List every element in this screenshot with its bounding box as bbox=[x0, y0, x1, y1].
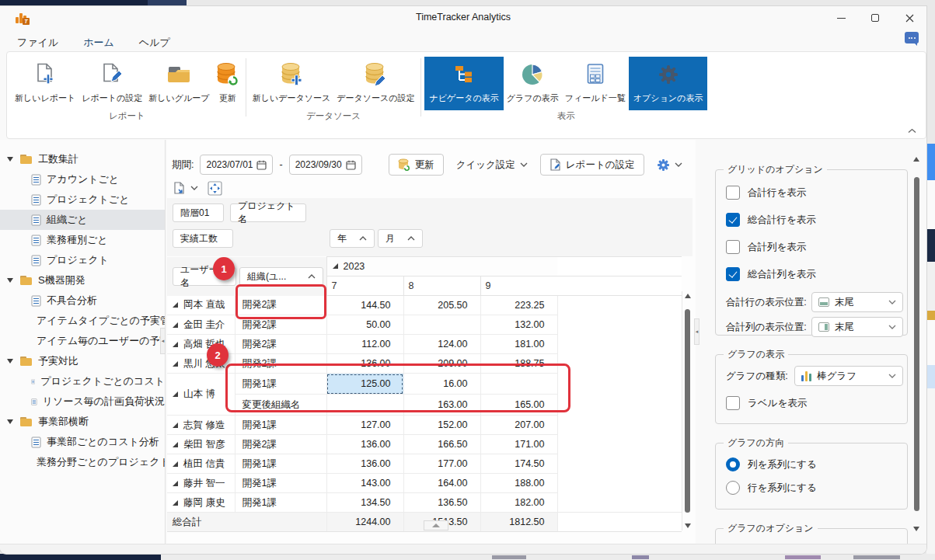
tree-item-project-goto[interactable]: プロジェクトごと bbox=[0, 190, 165, 210]
minimize-button[interactable] bbox=[824, 6, 858, 30]
org-cell[interactable]: 開発1課 bbox=[235, 474, 326, 493]
view-settings-gear-button[interactable] bbox=[651, 154, 689, 176]
tree-item-itemuser[interactable]: アイテム毎のユーザーの予実管理 bbox=[0, 331, 165, 351]
checkbox-icon[interactable] bbox=[726, 396, 740, 410]
checkbox-grand-total-row[interactable]: 総合計行を表示 bbox=[716, 213, 907, 227]
org-cell[interactable]: 開発2課 bbox=[235, 296, 326, 315]
checkbox-checked-icon[interactable] bbox=[726, 267, 740, 281]
radio-columns-as-series[interactable]: 列を系列にする bbox=[716, 457, 907, 471]
row-header-chip-user[interactable]: ユーザー名 bbox=[173, 267, 236, 286]
options-collapse-handle[interactable]: ◂ bbox=[694, 318, 700, 345]
tree-expander-icon[interactable] bbox=[7, 278, 13, 283]
value-cell[interactable]: 132.00 bbox=[480, 315, 557, 335]
ribbon-collapse-button[interactable] bbox=[908, 128, 916, 134]
value-cell[interactable]: 171.00 bbox=[480, 435, 557, 454]
value-cell[interactable]: 134.50 bbox=[326, 493, 403, 513]
year-group-header[interactable]: 2023 bbox=[326, 257, 557, 277]
date-from-input[interactable]: 2023/07/01 bbox=[200, 155, 273, 175]
menu-help[interactable]: ヘルプ bbox=[138, 33, 172, 53]
month-header-7[interactable]: 7 bbox=[326, 277, 403, 296]
checkbox-icon[interactable] bbox=[726, 186, 740, 200]
chart-type-select[interactable]: 棒グラフ bbox=[794, 366, 903, 386]
scroll-up-icon[interactable] bbox=[913, 157, 919, 162]
value-cell[interactable]: 152.00 bbox=[403, 416, 480, 435]
sidebar-collapse-handle[interactable]: ◂ bbox=[160, 328, 166, 354]
tree-folder-skiki[interactable]: S機器開発 bbox=[0, 270, 165, 290]
radio-rows-as-series[interactable]: 行を系列にする bbox=[716, 481, 907, 495]
tree-item-defect[interactable]: 不具合分析 bbox=[0, 290, 165, 311]
total-col-position-select[interactable]: 末尾 bbox=[811, 317, 903, 337]
value-cell[interactable]: 136.00 bbox=[326, 454, 403, 474]
user-cell[interactable]: 植田 信貴 bbox=[173, 457, 235, 471]
datasource-settings-button[interactable]: データソースの設定 bbox=[333, 57, 417, 110]
value-cell[interactable]: 205.50 bbox=[403, 296, 480, 315]
org-cell[interactable]: 開発2課 bbox=[235, 315, 326, 335]
date-to-input[interactable]: 2023/09/30 bbox=[289, 155, 362, 175]
value-cell[interactable]: 207.00 bbox=[480, 416, 557, 435]
value-cell[interactable]: 177.00 bbox=[403, 454, 480, 474]
user-cell[interactable]: 柴田 智彦 bbox=[173, 438, 235, 451]
selected-value-cell[interactable]: 125.00 bbox=[326, 374, 403, 395]
column-chip-month[interactable]: 月 bbox=[378, 229, 423, 248]
org-cell[interactable]: 開発1課 bbox=[235, 493, 326, 513]
menu-home[interactable]: ホーム bbox=[82, 33, 116, 53]
fit-to-screen-button[interactable] bbox=[206, 177, 224, 199]
value-cell[interactable]: 127.00 bbox=[326, 416, 403, 435]
filter-chip-project-name[interactable]: プロジェクト名 bbox=[230, 203, 306, 222]
show-chart-button[interactable]: グラフの表示 bbox=[504, 57, 562, 110]
checkbox-icon[interactable] bbox=[726, 240, 740, 254]
new-datasource-button[interactable]: 新しいデータソース bbox=[249, 57, 334, 110]
report-settings-button[interactable]: レポートの設定 bbox=[78, 57, 145, 110]
tree-item-deptcost[interactable]: 事業部ごとのコスト分析 bbox=[0, 432, 165, 452]
scrollbar-thumb[interactable] bbox=[914, 177, 919, 511]
tree-folder-kousuu[interactable]: 工数集計 bbox=[0, 149, 165, 169]
value-cell[interactable] bbox=[326, 395, 403, 416]
tree-item-worktype[interactable]: 業務種別ごと bbox=[0, 230, 165, 250]
tree-expander-icon[interactable] bbox=[7, 157, 13, 162]
new-report-button[interactable]: 新しいレポート bbox=[12, 57, 78, 110]
user-cell[interactable]: 藤岡 康史 bbox=[173, 496, 235, 510]
options-vertical-scrollbar[interactable] bbox=[911, 155, 922, 533]
user-cell[interactable]: 黒川 悠太 bbox=[173, 357, 235, 370]
org-cell[interactable]: 開発1課 bbox=[235, 454, 326, 474]
ribbon-refresh-button[interactable]: 更新 bbox=[213, 57, 242, 110]
total-row-position-select[interactable]: 末尾 bbox=[811, 292, 903, 312]
column-chip-year[interactable]: 年 bbox=[330, 229, 375, 248]
checkbox-total-row[interactable]: 合計行を表示 bbox=[716, 186, 907, 200]
user-cell[interactable]: 山本 博 bbox=[173, 388, 235, 401]
checkbox-show-labels[interactable]: ラベルを表示 bbox=[716, 396, 907, 410]
scroll-down-icon[interactable] bbox=[913, 527, 919, 531]
scroll-down-icon[interactable] bbox=[685, 523, 691, 528]
checkbox-checked-icon[interactable] bbox=[726, 213, 740, 227]
grid-vertical-scrollbar[interactable] bbox=[682, 291, 693, 530]
org-cell[interactable]: 開発1課 bbox=[235, 416, 326, 435]
tree-item-projectcost[interactable]: プロジェクトごとのコスト bbox=[0, 371, 165, 391]
value-cell[interactable]: 143.00 bbox=[326, 474, 403, 493]
value-cell[interactable]: 163.00 bbox=[403, 395, 480, 416]
org-cell[interactable]: 開発1課 bbox=[235, 374, 326, 395]
value-cell[interactable]: 174.50 bbox=[480, 454, 557, 474]
value-cell[interactable]: 136.50 bbox=[403, 493, 480, 513]
value-cell[interactable]: 223.25 bbox=[480, 296, 557, 315]
value-cell[interactable]: 181.00 bbox=[480, 335, 557, 354]
org-cell[interactable]: 開発2課 bbox=[235, 335, 326, 354]
checkbox-grand-total-col[interactable]: 総合計列を表示 bbox=[716, 267, 907, 281]
user-cell[interactable]: 高畑 哲也 bbox=[173, 338, 235, 351]
value-cell[interactable]: 165.00 bbox=[480, 395, 557, 416]
value-cell[interactable]: 50.00 bbox=[326, 315, 403, 335]
tree-item-fieldcost[interactable]: 業務分野ごとのプロジェクトのコス bbox=[0, 452, 165, 472]
tree-item-organization[interactable]: 組織ごと bbox=[0, 210, 165, 230]
new-group-button[interactable]: 新しいグループ bbox=[145, 57, 212, 110]
value-cell[interactable] bbox=[480, 374, 557, 395]
value-cell[interactable]: 188.00 bbox=[480, 474, 557, 493]
org-cell[interactable]: 開発2課 bbox=[235, 354, 326, 374]
feedback-icon[interactable] bbox=[905, 32, 919, 43]
report-settings-toolbar-button[interactable]: レポートの設定 bbox=[540, 154, 644, 176]
filter-chip-hierarchy[interactable]: 階層01 bbox=[173, 203, 224, 222]
radio-icon[interactable] bbox=[726, 481, 740, 495]
tree-expander-icon[interactable] bbox=[7, 419, 13, 424]
measure-chip-actual-hours[interactable]: 実績工数 bbox=[173, 229, 233, 248]
org-cell[interactable]: 変更後組織名 bbox=[235, 395, 326, 416]
value-cell[interactable]: 112.00 bbox=[326, 335, 403, 354]
value-cell[interactable]: 182.00 bbox=[480, 493, 557, 513]
